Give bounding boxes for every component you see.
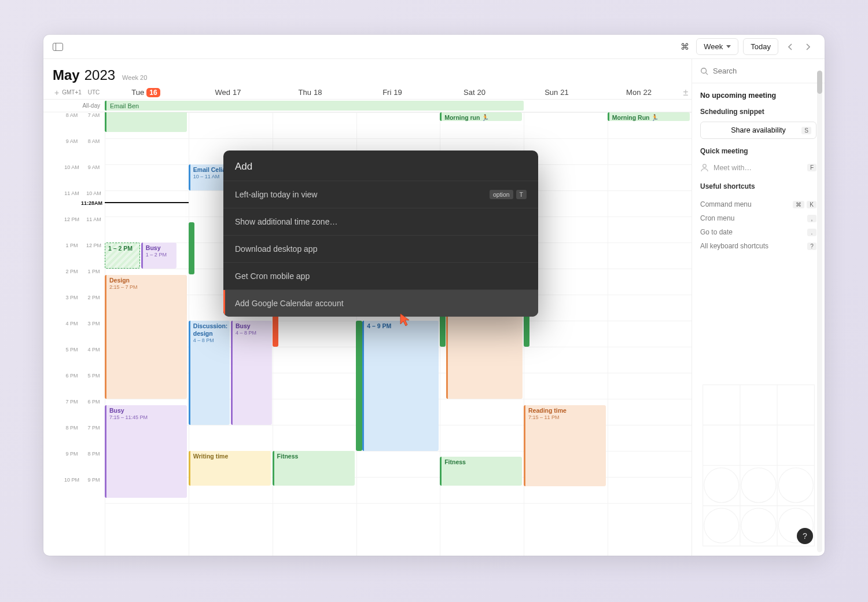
shortcut-row[interactable]: Command menu⌘K [700,197,816,211]
event-morning-run-sat[interactable]: Morning run 🏃 [440,112,522,121]
shortcuts-list: Command menu⌘KCron menu,Go to date.All k… [692,195,825,255]
event-busy-4-8[interactable]: Busy 4 – 8 PM [231,321,272,425]
share-availability-label: Share availability [731,126,786,134]
timezone-primary-label: GMT+1 [61,89,83,96]
shortcut-row[interactable]: Go to date. [700,225,816,239]
sidebar-toggle-icon[interactable] [53,43,63,51]
today-button[interactable]: Today [743,38,778,55]
view-selector-button[interactable]: Week [696,38,738,55]
timezone-toggle-button[interactable]: ± [680,87,692,98]
top-bar: ⌘ Week Today [43,35,825,59]
day-header-fri[interactable]: Fri 19 [351,88,433,97]
add-timezone-button[interactable]: + [53,88,61,97]
meet-with-key: F [807,164,816,171]
next-week-button[interactable] [800,39,815,55]
week-label: Week 20 [122,74,147,81]
event-busy-1-2[interactable]: Busy 1 – 2 PM [141,243,176,269]
person-icon [700,163,709,172]
event-4-9-fri[interactable]: 4 – 9 PM [362,321,439,451]
scheduling-snippet-title: Scheduling snippet [700,108,816,116]
palette-title: Add [223,150,538,181]
day-header-sun[interactable]: Sun 21 [516,88,598,97]
shortcut-row[interactable]: Cron menu, [700,211,816,225]
calendar-header: May 2023 Week 20 [43,59,692,86]
upcoming-meeting-title: No upcoming meeting [700,91,816,100]
event-green-bar-wed[interactable] [189,222,194,274]
meet-with-row[interactable]: Meet with… F [700,161,816,174]
search-icon [700,67,708,75]
now-time-label: 11:28AM [81,200,105,206]
event-fitness-thu[interactable]: Fitness [273,451,355,486]
event-fitness-sat[interactable]: Fitness [440,457,522,486]
svg-point-2 [703,164,707,168]
svg-point-13 [741,468,776,502]
palette-item[interactable]: Show additional time zone… [223,208,538,235]
allday-label: All-day [53,100,105,112]
event-design[interactable]: Design 2:15 – 7 PM [105,275,187,399]
event-morning-run-mon[interactable]: Morning Run 🏃 [608,112,690,121]
palette-item[interactable]: Left-align today in viewoptionT [223,181,538,208]
event-discussion-design[interactable]: Discussion: design 4 – 8 PM [189,321,230,425]
svg-point-10 [741,508,776,543]
svg-line-1 [706,72,708,75]
command-icon[interactable]: ⌘ [681,42,689,52]
chevron-down-icon [726,45,731,48]
palette-item[interactable]: Download desktop app [223,235,538,262]
event-busy-7-11[interactable]: Busy 7:15 – 11:45 PM [105,405,187,498]
allday-event-email-ben[interactable]: Email Ben [105,101,524,111]
svg-point-0 [701,68,707,73]
quick-meeting-title: Quick meeting [700,147,816,155]
command-palette: Add Left-align today in viewoptionTShow … [223,150,538,317]
event-slot-1-2[interactable]: 1 – 2 PM [105,243,140,269]
allday-row: All-day Email Ben [43,100,692,112]
hours-column-primary: 8 AM9 AM10 AM11 AM12 PM1 PM2 PM3 PM4 PM5… [61,112,83,556]
svg-point-9 [704,508,739,543]
svg-point-14 [778,468,813,502]
day-headers-row: + GMT+1 UTC Tue16Wed 17Thu 18Fri 19Sat 2… [43,86,692,100]
event-morning-run-tue[interactable]: Morning run 🏃 7:15 – 8:45 AM [105,112,187,132]
timezone-secondary-label: UTC [83,89,105,96]
day-header-sat[interactable]: Sat 20 [433,88,516,97]
share-availability-key: S [801,127,811,134]
day-header-mon[interactable]: Mon 22 [598,88,680,97]
palette-item[interactable]: Add Google Calendar account [223,289,538,317]
share-availability-button[interactable]: Share availability S [700,122,816,139]
svg-point-12 [704,468,739,502]
event-reading-time[interactable]: Reading time 7:15 – 11 PM [524,405,606,486]
shortcut-row[interactable]: All keyboard shortcuts? [700,239,816,253]
event-writing-time[interactable]: Writing time [189,451,271,486]
month-label: May [53,67,80,83]
scrollbar-thumb[interactable] [817,71,822,94]
search-input[interactable] [713,67,816,75]
event-green-bar-fri[interactable] [356,321,362,451]
day-header-thu[interactable]: Thu 18 [269,88,351,97]
today-badge: 16 [146,88,160,97]
day-header-tue[interactable]: Tue16 [105,88,187,97]
prev-week-button[interactable] [783,39,798,55]
decorative-pattern [696,379,821,552]
search-row[interactable] [692,59,825,83]
meet-with-placeholder: Meet with… [713,164,752,172]
useful-shortcuts-title: Useful shortcuts [700,182,816,190]
view-selector-label: Week [704,42,723,51]
year-label: 2023 [84,67,115,83]
right-sidebar: No upcoming meeting Scheduling snippet S… [692,59,825,556]
palette-item[interactable]: Get Cron mobile app [223,262,538,289]
day-header-wed[interactable]: Wed 17 [187,88,269,97]
hours-column-secondary: 7 AM8 AM9 AM10 AM11 AM12 PM1 PM2 PM3 PM4… [83,112,105,556]
help-button[interactable]: ? [797,528,813,544]
